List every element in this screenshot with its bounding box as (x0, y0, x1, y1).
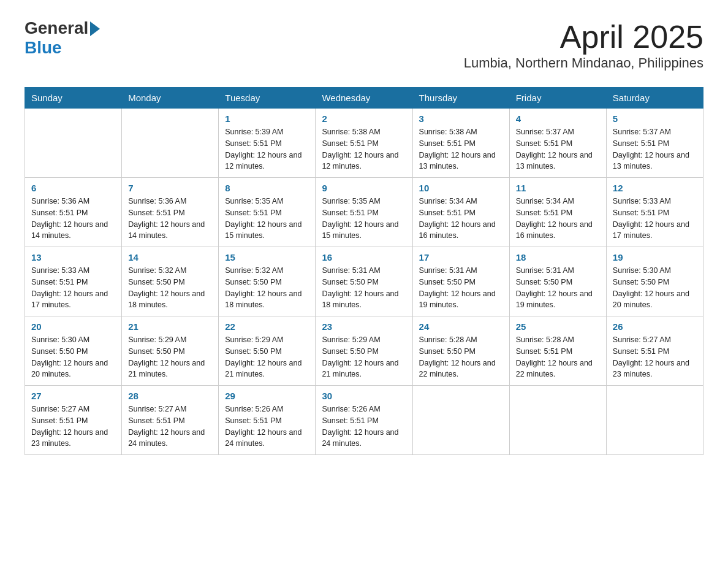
logo-general-text: General (25, 18, 88, 38)
day-number: 30 (322, 391, 406, 401)
day-number: 2 (322, 113, 406, 124)
calendar-cell: 11Sunrise: 5:34 AMSunset: 5:51 PMDayligh… (509, 178, 606, 247)
day-number: 27 (31, 391, 115, 401)
day-info: Sunrise: 5:26 AMSunset: 5:51 PMDaylight:… (322, 404, 406, 450)
day-info: Sunrise: 5:36 AMSunset: 5:51 PMDaylight:… (128, 196, 212, 242)
day-info: Sunrise: 5:31 AMSunset: 5:50 PMDaylight:… (419, 265, 503, 311)
day-info: Sunrise: 5:29 AMSunset: 5:50 PMDaylight:… (225, 334, 309, 380)
calendar-cell: 4Sunrise: 5:37 AMSunset: 5:51 PMDaylight… (509, 109, 606, 178)
day-info: Sunrise: 5:31 AMSunset: 5:50 PMDaylight:… (322, 265, 406, 311)
day-number: 13 (31, 252, 115, 262)
calendar-cell: 7Sunrise: 5:36 AMSunset: 5:51 PMDaylight… (122, 178, 219, 247)
calendar-cell: 30Sunrise: 5:26 AMSunset: 5:51 PMDayligh… (316, 386, 412, 455)
day-number: 9 (322, 183, 406, 193)
location-title: Lumbia, Northern Mindanao, Philippines (464, 55, 703, 71)
day-number: 19 (613, 252, 697, 262)
day-info: Sunrise: 5:35 AMSunset: 5:51 PMDaylight:… (225, 196, 309, 242)
day-number: 14 (128, 252, 212, 262)
calendar-cell: 25Sunrise: 5:28 AMSunset: 5:51 PMDayligh… (509, 316, 606, 386)
calendar-cell: 29Sunrise: 5:26 AMSunset: 5:51 PMDayligh… (219, 386, 316, 455)
calendar-cell: 14Sunrise: 5:32 AMSunset: 5:50 PMDayligh… (122, 247, 219, 316)
calendar-cell: 22Sunrise: 5:29 AMSunset: 5:50 PMDayligh… (219, 316, 316, 386)
day-info: Sunrise: 5:27 AMSunset: 5:51 PMDaylight:… (613, 334, 697, 380)
day-number: 1 (225, 113, 309, 124)
day-number: 12 (613, 183, 697, 193)
day-info: Sunrise: 5:31 AMSunset: 5:50 PMDaylight:… (516, 265, 600, 311)
calendar-cell: 2Sunrise: 5:38 AMSunset: 5:51 PMDaylight… (316, 109, 412, 178)
day-number: 25 (516, 321, 600, 332)
day-info: Sunrise: 5:32 AMSunset: 5:50 PMDaylight:… (225, 265, 309, 311)
calendar-cell: 18Sunrise: 5:31 AMSunset: 5:50 PMDayligh… (509, 247, 606, 316)
weekday-header-tuesday: Tuesday (219, 88, 316, 109)
day-info: Sunrise: 5:39 AMSunset: 5:51 PMDaylight:… (225, 126, 309, 172)
calendar-cell: 23Sunrise: 5:29 AMSunset: 5:50 PMDayligh… (316, 316, 412, 386)
page-header: General Blue April 2025 Lumbia, Northern… (25, 18, 703, 81)
calendar-cell: 6Sunrise: 5:36 AMSunset: 5:51 PMDaylight… (25, 178, 122, 247)
logo-arrow-icon (90, 21, 100, 36)
calendar-week-row: 20Sunrise: 5:30 AMSunset: 5:50 PMDayligh… (25, 316, 703, 386)
calendar-cell: 16Sunrise: 5:31 AMSunset: 5:50 PMDayligh… (316, 247, 412, 316)
day-info: Sunrise: 5:32 AMSunset: 5:50 PMDaylight:… (128, 265, 212, 311)
day-info: Sunrise: 5:27 AMSunset: 5:51 PMDaylight:… (31, 404, 115, 450)
calendar-cell (412, 386, 509, 455)
day-number: 11 (516, 183, 600, 193)
day-number: 18 (516, 252, 600, 262)
title-block: April 2025 Lumbia, Northern Mindanao, Ph… (464, 18, 703, 81)
calendar-cell: 27Sunrise: 5:27 AMSunset: 5:51 PMDayligh… (25, 386, 122, 455)
day-number: 10 (419, 183, 503, 193)
day-info: Sunrise: 5:38 AMSunset: 5:51 PMDaylight:… (419, 126, 503, 172)
day-number: 22 (225, 321, 309, 332)
calendar-cell: 20Sunrise: 5:30 AMSunset: 5:50 PMDayligh… (25, 316, 122, 386)
calendar-cell: 24Sunrise: 5:28 AMSunset: 5:50 PMDayligh… (412, 316, 509, 386)
calendar-cell (122, 109, 219, 178)
calendar-cell (606, 386, 703, 455)
calendar-cell: 5Sunrise: 5:37 AMSunset: 5:51 PMDaylight… (606, 109, 703, 178)
day-info: Sunrise: 5:28 AMSunset: 5:51 PMDaylight:… (516, 334, 600, 380)
day-info: Sunrise: 5:33 AMSunset: 5:51 PMDaylight:… (31, 265, 115, 311)
day-number: 8 (225, 183, 309, 193)
calendar-cell: 17Sunrise: 5:31 AMSunset: 5:50 PMDayligh… (412, 247, 509, 316)
calendar-cell: 28Sunrise: 5:27 AMSunset: 5:51 PMDayligh… (122, 386, 219, 455)
day-number: 16 (322, 252, 406, 262)
calendar-week-row: 1Sunrise: 5:39 AMSunset: 5:51 PMDaylight… (25, 109, 703, 178)
weekday-header-monday: Monday (122, 88, 219, 109)
calendar-cell: 15Sunrise: 5:32 AMSunset: 5:50 PMDayligh… (219, 247, 316, 316)
day-number: 21 (128, 321, 212, 332)
logo-blue-text: Blue (25, 38, 62, 58)
calendar-cell (25, 109, 122, 178)
weekday-header-friday: Friday (509, 88, 606, 109)
calendar-week-row: 6Sunrise: 5:36 AMSunset: 5:51 PMDaylight… (25, 178, 703, 247)
day-info: Sunrise: 5:30 AMSunset: 5:50 PMDaylight:… (613, 265, 697, 311)
day-number: 6 (31, 183, 115, 193)
day-number: 28 (128, 391, 212, 401)
day-info: Sunrise: 5:33 AMSunset: 5:51 PMDaylight:… (613, 196, 697, 242)
day-info: Sunrise: 5:27 AMSunset: 5:51 PMDaylight:… (128, 404, 212, 450)
day-info: Sunrise: 5:29 AMSunset: 5:50 PMDaylight:… (322, 334, 406, 380)
month-title: April 2025 (464, 18, 703, 55)
day-info: Sunrise: 5:37 AMSunset: 5:51 PMDaylight:… (613, 126, 697, 172)
weekday-header-saturday: Saturday (606, 88, 703, 109)
day-number: 23 (322, 321, 406, 332)
weekday-header-thursday: Thursday (412, 88, 509, 109)
day-info: Sunrise: 5:29 AMSunset: 5:50 PMDaylight:… (128, 334, 212, 380)
calendar-cell: 13Sunrise: 5:33 AMSunset: 5:51 PMDayligh… (25, 247, 122, 316)
day-info: Sunrise: 5:34 AMSunset: 5:51 PMDaylight:… (419, 196, 503, 242)
calendar-week-row: 27Sunrise: 5:27 AMSunset: 5:51 PMDayligh… (25, 386, 703, 455)
day-number: 29 (225, 391, 309, 401)
day-number: 26 (613, 321, 697, 332)
weekday-header-wednesday: Wednesday (316, 88, 412, 109)
calendar-cell: 12Sunrise: 5:33 AMSunset: 5:51 PMDayligh… (606, 178, 703, 247)
calendar-cell (509, 386, 606, 455)
day-number: 24 (419, 321, 503, 332)
calendar-cell: 10Sunrise: 5:34 AMSunset: 5:51 PMDayligh… (412, 178, 509, 247)
day-number: 7 (128, 183, 212, 193)
calendar-week-row: 13Sunrise: 5:33 AMSunset: 5:51 PMDayligh… (25, 247, 703, 316)
logo: General Blue (25, 18, 100, 58)
calendar-cell: 26Sunrise: 5:27 AMSunset: 5:51 PMDayligh… (606, 316, 703, 386)
day-info: Sunrise: 5:26 AMSunset: 5:51 PMDaylight:… (225, 404, 309, 450)
calendar-cell: 8Sunrise: 5:35 AMSunset: 5:51 PMDaylight… (219, 178, 316, 247)
weekday-header-row: SundayMondayTuesdayWednesdayThursdayFrid… (25, 88, 703, 109)
day-number: 4 (516, 113, 600, 124)
day-info: Sunrise: 5:28 AMSunset: 5:50 PMDaylight:… (419, 334, 503, 380)
day-info: Sunrise: 5:34 AMSunset: 5:51 PMDaylight:… (516, 196, 600, 242)
